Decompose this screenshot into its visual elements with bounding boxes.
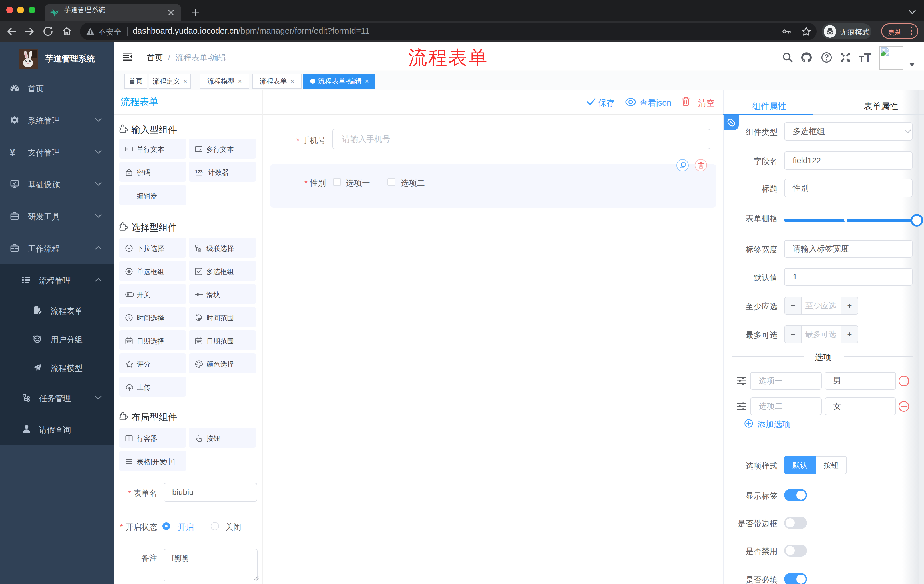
svg-text:123: 123	[195, 169, 203, 174]
